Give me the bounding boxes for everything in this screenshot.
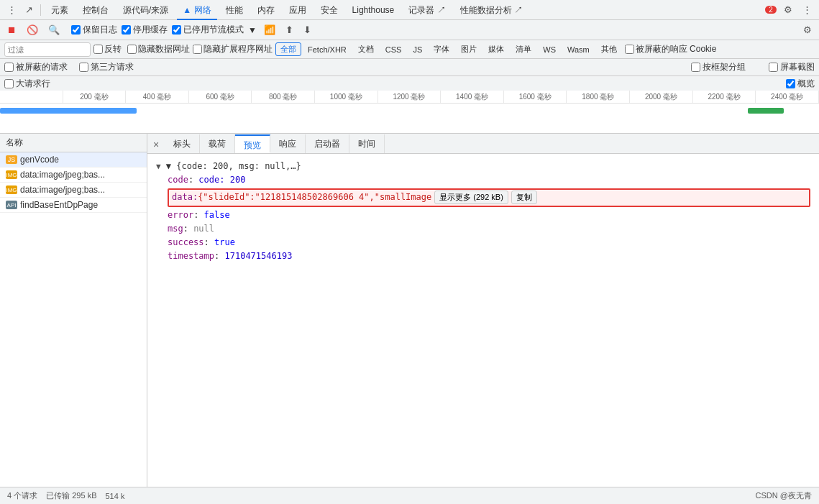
detail-tab-preview[interactable]: 预览 (235, 134, 270, 153)
json-error-line: error: false (156, 209, 810, 222)
show-more-btn[interactable]: 显示更多 (292 kB) (434, 191, 508, 204)
stop-record-icon[interactable]: ⏹ (4, 23, 19, 37)
network-settings-icon[interactable]: ⚙ (800, 23, 815, 37)
tab-memory[interactable]: 内存 (252, 0, 280, 20)
type-clear-btn[interactable]: 清单 (511, 42, 536, 56)
detail-content: ▼ ▼ {code: 200, msg: null,…} code: code:… (147, 154, 819, 504)
download-icon[interactable]: ⬇ (301, 23, 314, 37)
detail-tab-payload[interactable]: 载荷 (200, 134, 235, 153)
tab-perf-insights[interactable]: 性能数据分析 ↗ (454, 0, 529, 20)
group-by-frame-label[interactable]: 按框架分组 (691, 61, 746, 73)
large-rows-checkbox[interactable] (4, 79, 14, 88)
reverse-filter-label[interactable]: 反转 (93, 43, 122, 55)
tab-network[interactable]: ▲ 网络 (177, 0, 216, 20)
tab-performance[interactable]: 性能 (220, 0, 249, 20)
type-img-btn[interactable]: 图片 (456, 42, 482, 56)
detail-tab-response[interactable]: 响应 (270, 134, 306, 153)
disable-cache-checkbox[interactable] (122, 25, 131, 35)
tab-elements[interactable]: 元素 (45, 0, 74, 20)
preserve-log-checkbox[interactable] (71, 25, 81, 35)
devtools-menu-icon[interactable]: ⋮ (4, 3, 19, 17)
third-party-checkbox[interactable] (79, 63, 88, 72)
list-item-0[interactable]: JS genVcode (0, 152, 147, 168)
type-other-btn[interactable]: 其他 (596, 42, 622, 56)
list-item-3[interactable]: API findBaseEntDpPage (0, 198, 147, 213)
blocked-requests-checkbox[interactable] (4, 63, 14, 72)
reverse-checkbox[interactable] (93, 45, 103, 54)
json-expand-arrow[interactable]: ▼ (156, 162, 161, 171)
disable-throttle-label[interactable]: 已停用节流模式 (172, 24, 244, 36)
error-badge: 2 (765, 6, 777, 14)
list-item-2[interactable]: IMG data:image/jpeg;bas... (0, 183, 147, 198)
detail-close-btn[interactable]: × (147, 136, 165, 153)
dock-icon[interactable]: ↗ (22, 3, 36, 17)
tab-application[interactable]: 应用 (283, 0, 312, 20)
preserve-log-label[interactable]: 保留日志 (71, 24, 117, 36)
request-name-3: findBaseEntDpPage (20, 200, 98, 210)
overview-label[interactable]: 概览 (786, 78, 815, 90)
ruler-tick-6: 1200 毫秒 (378, 91, 441, 103)
blocked-cookie-label[interactable]: 被屏蔽的响应 Cookie (625, 43, 717, 55)
timeline-ruler: 200 毫秒 400 毫秒 600 毫秒 800 毫秒 1000 毫秒 1200… (0, 91, 819, 104)
type-media-btn[interactable]: 媒体 (483, 42, 509, 56)
type-font-btn[interactable]: 字体 (429, 42, 454, 56)
hide-extension-label[interactable]: 隐藏扩展程序网址 (193, 43, 273, 55)
type-fetch-xhr-btn[interactable]: Fetch/XHR (303, 42, 352, 56)
third-party-label[interactable]: 第三方请求 (79, 61, 134, 73)
filter-input[interactable] (4, 42, 91, 57)
data-highlight-row: data: {"slideId":"121815148502869606 4",… (168, 188, 810, 206)
search-network-icon[interactable]: 🔍 (45, 23, 63, 37)
screenshots-label[interactable]: 屏幕截图 (769, 61, 815, 73)
detail-tab-timing[interactable]: 时间 (349, 134, 385, 153)
tab-lighthouse[interactable]: Lighthouse (347, 0, 401, 20)
ruler-tick-10: 2000 毫秒 (630, 91, 693, 103)
wifi-icon[interactable]: 📶 (261, 23, 278, 37)
clear-network-icon[interactable]: 🚫 (24, 23, 41, 37)
request-icon-0: JS (6, 155, 17, 164)
type-all-btn[interactable]: 全部 (275, 42, 301, 56)
upload-icon[interactable]: ⬆ (283, 23, 296, 37)
hide-data-url-label[interactable]: 隐藏数据网址 (127, 43, 190, 55)
ruler-tick-8: 1600 毫秒 (504, 91, 567, 103)
disable-cache-label[interactable]: 停用缓存 (122, 24, 168, 36)
copy-btn[interactable]: 复制 (511, 191, 537, 204)
detail-tab-headers[interactable]: 标头 (165, 134, 200, 153)
request-list: 名称 JS genVcode IMG data:image/jpeg;bas..… (0, 134, 147, 504)
blocked-requests-label[interactable]: 被屏蔽的请求 (4, 61, 68, 73)
type-css-btn[interactable]: CSS (380, 42, 407, 56)
status-bar: 4 个请求 已传输 295 kB 514 k CSDN @夜无青 (0, 487, 819, 504)
hide-data-url-checkbox[interactable] (127, 45, 137, 54)
overview-checkbox[interactable] (786, 79, 795, 88)
display-options-row: 被屏蔽的请求 第三方请求 按框架分组 屏幕截图 (0, 59, 819, 76)
hide-extension-checkbox[interactable] (193, 45, 202, 54)
ruler-tick-7: 1400 毫秒 (441, 91, 504, 103)
status-requests: 4 个请求 (7, 490, 37, 501)
settings-icon[interactable]: ⚙ (781, 3, 795, 17)
ruler-tick-0 (0, 91, 63, 103)
group-by-frame-checkbox[interactable] (691, 63, 700, 72)
tab-console[interactable]: 控制台 (77, 0, 114, 20)
json-msg-line: msg: null (156, 222, 810, 236)
type-ws-btn[interactable]: WS (538, 42, 561, 56)
detail-tab-initiator[interactable]: 启动器 (306, 134, 349, 153)
ruler-tick-11: 2200 毫秒 (693, 91, 756, 103)
timeline-bars (0, 105, 819, 130)
tab-security[interactable]: 安全 (315, 0, 344, 20)
list-item-1[interactable]: IMG data:image/jpeg;bas... (0, 168, 147, 183)
request-icon-3: API (6, 201, 17, 209)
tab-recorder[interactable]: 记录器 ↗ (403, 0, 451, 20)
large-rows-label[interactable]: 大请求行 (4, 78, 50, 90)
tab-sources[interactable]: 源代码/来源 (117, 0, 174, 20)
screenshots-checkbox[interactable] (769, 63, 778, 72)
type-doc-btn[interactable]: 文档 (353, 42, 379, 56)
type-wasm-btn[interactable]: Wasm (562, 42, 595, 56)
main-content: 名称 JS genVcode IMG data:image/jpeg;bas..… (0, 134, 819, 504)
json-success-line: success: true (156, 236, 810, 249)
disable-throttle-checkbox[interactable] (172, 25, 181, 35)
blocked-cookie-checkbox[interactable] (625, 45, 634, 54)
timeline-area: 200 毫秒 400 毫秒 600 毫秒 800 毫秒 1000 毫秒 1200… (0, 91, 819, 134)
timeline-bar-green (748, 108, 784, 114)
more-options-icon[interactable]: ⋮ (800, 3, 815, 17)
throttle-arrow-icon[interactable]: ▼ (248, 25, 257, 35)
type-js-btn[interactable]: JS (408, 42, 427, 56)
